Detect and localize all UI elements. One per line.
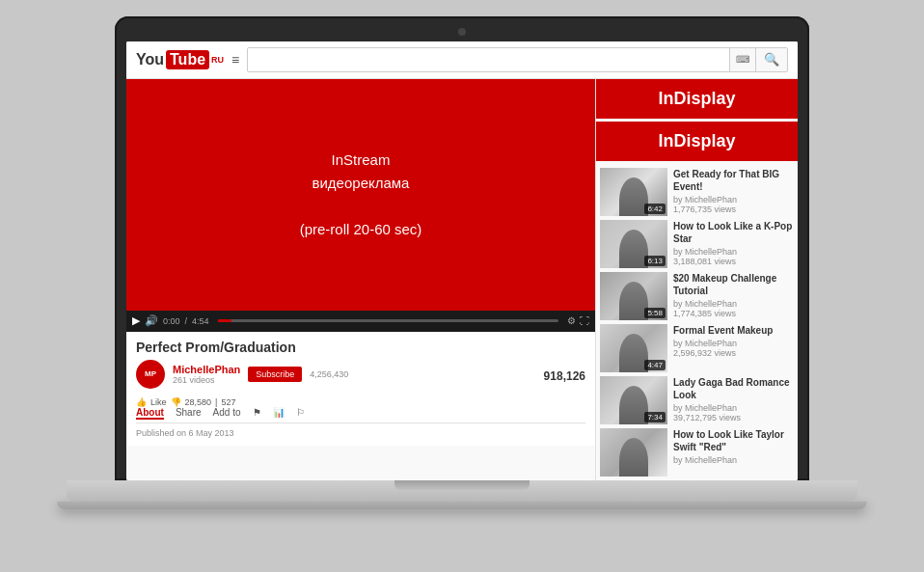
- channel-row: MP MichellePhan 261 videos Subscribe 4,2…: [136, 360, 348, 389]
- tab-flag-icon[interactable]: ⚑: [253, 407, 261, 420]
- sidebar-video-list: 6:42 Get Ready for That BIG Event! by Mi…: [596, 164, 798, 480]
- sidebar-video-channel-4: by MichellePhan: [673, 403, 794, 413]
- search-bar: ⌨ 🔍: [247, 47, 788, 72]
- sidebar-video-info-1: How to Look Like a K-Pop Star by Michell…: [673, 220, 794, 266]
- sidebar-thumb-2: 5:58: [600, 272, 667, 320]
- thumb-duration-0: 6:42: [644, 204, 666, 214]
- sidebar-video-info-2: $20 Makeup Challenge Tutorial by Michell…: [673, 272, 794, 318]
- like-count: 28,580: [185, 397, 212, 407]
- dislike-count: 527: [221, 397, 235, 407]
- ad-timing: (pre-roll 20-60 sec): [300, 218, 422, 241]
- thumb-duration-1: 6:13: [644, 256, 666, 266]
- channel-info: MichellePhan 261 videos: [173, 364, 240, 385]
- youtube-header: YouTubeRU ≡ ⌨ 🔍: [126, 41, 798, 79]
- sidebar-video-info-4: Lady Gaga Bad Romance Look by MichellePh…: [673, 376, 794, 422]
- menu-icon[interactable]: ≡: [231, 52, 239, 68]
- like-icon[interactable]: 👍: [136, 397, 147, 407]
- sidebar-video-item[interactable]: How to Look Like Taylor Swift "Red" by M…: [600, 428, 794, 477]
- fullscreen-icon[interactable]: ⛶: [580, 315, 589, 326]
- sidebar-video-item[interactable]: 6:13 How to Look Like a K-Pop Star by Mi…: [600, 220, 794, 268]
- like-label[interactable]: Like: [150, 397, 167, 407]
- tab-about[interactable]: About: [136, 407, 164, 420]
- thumb-duration-4: 7:34: [644, 412, 666, 422]
- screen-content: YouTubeRU ≡ ⌨ 🔍 InStream виде: [126, 41, 798, 480]
- youtube-logo: YouTubeRU: [136, 50, 224, 69]
- sidebar-video-item[interactable]: 7:34 Lady Gaga Bad Romance Look by Miche…: [600, 376, 794, 424]
- sidebar-video-views-2: 1,774,385 views: [673, 309, 794, 318]
- like-bar-separator: |: [215, 397, 217, 407]
- progress-fill: [218, 319, 231, 322]
- sidebar-video-channel-5: by MichellePhan: [673, 455, 794, 465]
- sidebar-video-views-1: 3,188,081 views: [673, 257, 794, 266]
- search-input[interactable]: [248, 48, 729, 71]
- sidebar-video-views-3: 2,596,932 views: [673, 348, 794, 358]
- thumb-duration-2: 5:58: [644, 308, 666, 318]
- laptop-wrapper: YouTubeRU ≡ ⌨ 🔍 InStream виде: [67, 16, 857, 557]
- sidebar-video-title-1: How to Look Like a K-Pop Star: [673, 220, 794, 245]
- sidebar: InDisplay InDisplay 6:42 Get Ready for T…: [595, 79, 798, 480]
- play-button[interactable]: ▶: [132, 314, 140, 327]
- sidebar-thumb-4: 7:34: [600, 376, 667, 424]
- tab-share[interactable]: Share: [176, 407, 202, 420]
- video-title: Perfect Prom/Graduation: [136, 340, 585, 355]
- video-controls: ▶ 🔊 0:00 / 4:54 ⚙ ⛶: [126, 311, 595, 332]
- sidebar-thumb-1: 6:13: [600, 220, 667, 268]
- laptop-base: [67, 480, 857, 502]
- channel-videos: 261 videos: [173, 375, 240, 385]
- likes-row: 👍 Like 👎 28,580 | 527: [136, 397, 585, 407]
- subscriber-count: 4,256,430: [310, 369, 348, 379]
- sidebar-video-views-4: 39,712,795 views: [673, 413, 794, 422]
- view-count: 918,126: [544, 369, 585, 383]
- published-date: Published on 6 May 2013: [136, 428, 585, 438]
- sidebar-video-item[interactable]: 5:58 $20 Makeup Challenge Tutorial by Mi…: [600, 272, 794, 320]
- sidebar-thumb-3: 4:47: [600, 324, 667, 372]
- keyboard-shortcut: ⌨: [729, 48, 755, 71]
- control-icons: ⚙ ⛶: [567, 315, 589, 326]
- sidebar-video-title-2: $20 Makeup Challenge Tutorial: [673, 272, 794, 297]
- sidebar-video-info-5: How to Look Like Taylor Swift "Red" by M…: [673, 428, 794, 465]
- tab-report-icon[interactable]: ⚐: [296, 407, 305, 420]
- sidebar-video-item[interactable]: 4:47 Formal Event Makeup by MichellePhan…: [600, 324, 794, 372]
- channel-avatar: MP: [136, 360, 165, 389]
- indisplay-banner-2[interactable]: InDisplay: [596, 122, 798, 161]
- logo-ru: RU: [211, 55, 224, 65]
- sidebar-video-item[interactable]: 6:42 Get Ready for That BIG Event! by Mi…: [600, 168, 794, 216]
- laptop-screen: YouTubeRU ≡ ⌨ 🔍 InStream виде: [115, 16, 809, 480]
- stats-row: MP MichellePhan 261 videos Subscribe 4,2…: [136, 360, 585, 394]
- sidebar-video-channel-3: by MichellePhan: [673, 339, 794, 348]
- tabs-row: About Share Add to ⚑ 📊 ⚐: [136, 407, 585, 423]
- tab-stats-icon[interactable]: 📊: [273, 407, 285, 420]
- video-info: Perfect Prom/Graduation MP MichellePhan …: [126, 332, 595, 446]
- ad-text: InStream видеореклама (pre-roll 20-60 se…: [300, 149, 422, 241]
- dislike-icon[interactable]: 👎: [171, 397, 181, 407]
- sidebar-video-views-0: 1,776,735 views: [673, 204, 794, 214]
- channel-name[interactable]: MichellePhan: [173, 364, 240, 375]
- subscribe-button[interactable]: Subscribe: [248, 367, 302, 382]
- sidebar-video-title-5: How to Look Like Taylor Swift "Red": [673, 428, 794, 453]
- sidebar-thumb-0: 6:42: [600, 168, 667, 216]
- sidebar-thumb-5: [600, 428, 667, 477]
- indisplay-banner-1[interactable]: InDisplay: [596, 79, 798, 119]
- volume-button[interactable]: 🔊: [145, 314, 158, 327]
- youtube-content: InStream видеореклама (pre-roll 20-60 se…: [126, 79, 798, 480]
- logo-tube: Tube: [166, 50, 209, 69]
- ad-type: InStream: [300, 149, 422, 172]
- sidebar-video-channel-1: by MichellePhan: [673, 247, 794, 257]
- sidebar-video-title-3: Formal Event Makeup: [673, 324, 794, 337]
- time-total: 4:54: [192, 316, 209, 326]
- settings-icon[interactable]: ⚙: [567, 315, 576, 326]
- thumb-duration-3: 4:47: [644, 360, 666, 370]
- sidebar-video-channel-0: by MichellePhan: [673, 195, 794, 204]
- progress-bar[interactable]: [218, 319, 558, 322]
- search-button[interactable]: 🔍: [755, 48, 787, 71]
- sidebar-video-title-4: Lady Gaga Bad Romance Look: [673, 376, 794, 401]
- sidebar-video-channel-2: by MichellePhan: [673, 299, 794, 309]
- video-player: InStream видеореклама (pre-roll 20-60 se…: [126, 79, 595, 311]
- logo-you: You: [136, 51, 164, 68]
- time-current: 0:00: [163, 316, 180, 326]
- sidebar-video-info-3: Formal Event Makeup by MichellePhan 2,59…: [673, 324, 794, 358]
- ad-description: видеореклама: [300, 172, 422, 195]
- tab-add-to[interactable]: Add to: [213, 407, 241, 420]
- time-separator: /: [185, 316, 188, 326]
- main-content: InStream видеореклама (pre-roll 20-60 se…: [126, 79, 595, 480]
